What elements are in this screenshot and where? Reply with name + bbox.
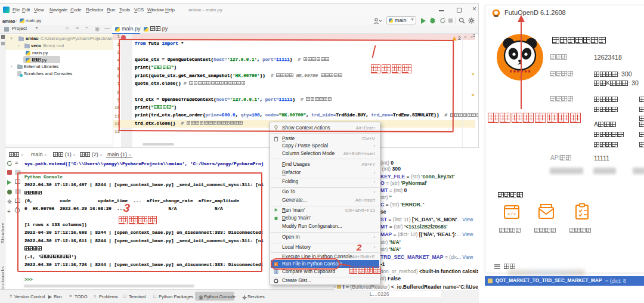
svg-text:</>: </> (507, 211, 516, 217)
